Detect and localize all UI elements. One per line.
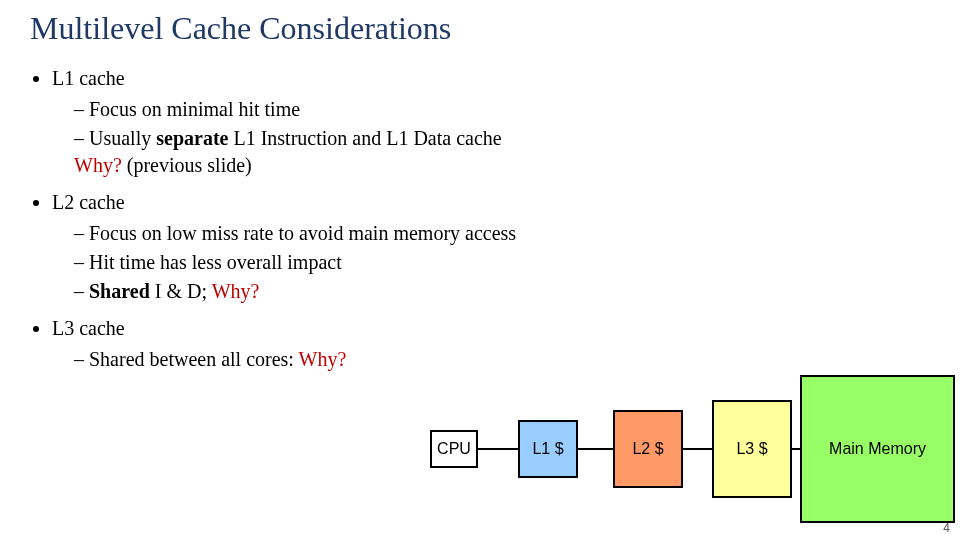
slide-number: 4 — [943, 521, 950, 535]
connector-l1-l2 — [578, 448, 613, 450]
l2-sub-miss-rate: Focus on low miss rate to avoid main mem… — [74, 220, 930, 247]
l2-sub-shared-mid: I & D; — [150, 280, 212, 302]
diagram-box-l2: L2 $ — [613, 410, 683, 488]
connector-l2-l3 — [683, 448, 712, 450]
slide: Multilevel Cache Considerations L1 cache… — [0, 0, 960, 540]
bullet-list-lvl1: L1 cache Focus on minimal hit time Usual… — [52, 65, 930, 373]
diagram-box-cpu: CPU — [430, 430, 478, 468]
bullet-l2-cache: L2 cache Focus on low miss rate to avoid… — [52, 189, 930, 305]
l1-sub-separate-bold: separate — [156, 127, 228, 149]
l1-sub-hit-time: Focus on minimal hit time — [74, 96, 930, 123]
l3-sub-why: Why? — [299, 348, 347, 370]
l1-sub-why-rest: (previous slide) — [122, 154, 252, 176]
bullet-l1-cache-label: L1 cache — [52, 67, 125, 89]
l3-sub-shared: Shared between all cores: Why? — [74, 346, 930, 373]
l2-sublist: Focus on low miss rate to avoid main mem… — [74, 220, 930, 305]
bullet-l3-cache-label: L3 cache — [52, 317, 125, 339]
diagram-box-l3: L3 $ — [712, 400, 792, 498]
l1-sub-why: Why? — [74, 154, 122, 176]
connector-l3-mm — [792, 448, 800, 450]
l2-sub-why: Why? — [212, 280, 260, 302]
diagram-box-l1: L1 $ — [518, 420, 578, 478]
l1-sub-separate-post: L1 Instruction and L1 Data cache — [228, 127, 501, 149]
l3-sublist: Shared between all cores: Why? — [74, 346, 930, 373]
l2-sub-shared-bold: Shared — [89, 280, 150, 302]
bullet-l2-cache-label: L2 cache — [52, 191, 125, 213]
l1-sub-separate: Usually separate L1 Instruction and L1 D… — [74, 125, 930, 179]
connector-cpu-l1 — [478, 448, 518, 450]
l2-sub-shared: Shared I & D; Why? — [74, 278, 930, 305]
l1-sub-separate-pre: Usually — [89, 127, 156, 149]
slide-body: L1 cache Focus on minimal hit time Usual… — [30, 65, 930, 373]
bullet-l1-cache: L1 cache Focus on minimal hit time Usual… — [52, 65, 930, 179]
l3-sub-shared-pre: Shared between all cores: — [89, 348, 299, 370]
diagram-box-main-memory: Main Memory — [800, 375, 955, 523]
l1-sublist: Focus on minimal hit time Usually separa… — [74, 96, 930, 179]
bullet-l3-cache: L3 cache Shared between all cores: Why? — [52, 315, 930, 373]
l2-sub-hit-time: Hit time has less overall impact — [74, 249, 930, 276]
slide-title: Multilevel Cache Considerations — [30, 10, 930, 47]
cache-hierarchy-diagram: CPU L1 $ L2 $ L3 $ Main Memory — [430, 390, 960, 520]
